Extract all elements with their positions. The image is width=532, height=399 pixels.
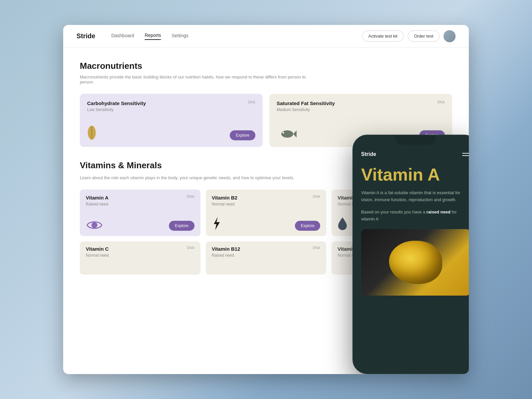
phone-result-bold: raised need <box>427 209 451 214</box>
vitamin-a-title-group: Vitamin A Raised need <box>86 195 108 206</box>
eye-icon <box>86 219 103 231</box>
carbohydrate-title: Carbohydrate Sensitivity <box>87 100 146 106</box>
bolt-icon <box>212 216 221 231</box>
order-test-button[interactable]: Order test <box>408 31 440 42</box>
vitamin-b2-badge: DNA <box>313 195 321 199</box>
vitamin-b2-card: Vitamin B2 Normal need DNA Explore <box>206 190 327 236</box>
vitamin-a-badge: DNA <box>187 195 195 199</box>
vitamin-b2-title: Vitamin B2 <box>212 195 237 200</box>
vitamins-desc: Learn about the role each vitamin plays … <box>80 175 313 180</box>
vitamin-b12-badge: DNA <box>313 246 321 250</box>
nav-dashboard[interactable]: Dashboard <box>111 33 134 40</box>
vitamin-b2-subtitle: Normal need <box>212 202 237 206</box>
svg-point-2 <box>281 130 293 138</box>
nav-bar: Stride Dashboard Reports Settings Activa… <box>63 25 469 48</box>
phone-vitamin-result: Based on your results you have a raised … <box>361 209 469 223</box>
phone-vitamin-desc: Vitamin A is a fat-soluble vitamin that … <box>361 190 469 203</box>
phone-overlay: Stride Vitamin A Vitamin A is a fat-solu… <box>352 135 469 374</box>
vitamin-b2-explore-button[interactable]: Explore <box>295 221 321 231</box>
phone-logo: Stride <box>361 151 376 157</box>
vitamin-b2-header: Vitamin B2 Normal need DNA <box>212 195 321 206</box>
vitamin-b12-header: Vitamin B12 Raised need DNA <box>212 246 321 258</box>
carbohydrate-body: Explore <box>87 125 255 140</box>
vitamin-a-explore-button[interactable]: Explore <box>169 221 195 231</box>
vitamin-c-header: Vitamin C Normal need DNA <box>86 246 195 258</box>
macronutrients-title: Macronutrients <box>80 61 452 71</box>
activate-kit-button[interactable]: Activate test kit <box>362 31 404 42</box>
svg-point-5 <box>91 222 97 228</box>
phone-screen: Stride Vitamin A Vitamin A is a fat-solu… <box>353 135 469 373</box>
vitamin-c-badge: DNA <box>187 246 195 250</box>
card-title-group: Saturated Fat Sensitivity Medium Sensiti… <box>277 100 335 112</box>
menu-line-1 <box>462 153 469 154</box>
card-header: Saturated Fat Sensitivity Medium Sensiti… <box>277 100 445 112</box>
svg-marker-6 <box>214 217 220 230</box>
saturated-fat-subtitle: Medium Sensitivity <box>277 107 335 112</box>
svg-point-4 <box>283 132 284 134</box>
nav-actions: Activate test kit Order test <box>362 30 456 42</box>
app-logo: Stride <box>76 32 95 40</box>
vitamin-c-card: Vitamin C Normal need DNA <box>80 241 200 275</box>
card-title-group: Carbohydrate Sensitivity Low Sensitivity <box>87 100 146 112</box>
vitamin-a-card: Vitamin A Raised need DNA Explore <box>80 190 200 236</box>
drop-icon <box>337 217 347 231</box>
carbohydrate-badge: DNA <box>248 100 255 104</box>
vitamin-c-subtitle: Normal need <box>86 253 109 258</box>
carbohydrate-card: Carbohydrate Sensitivity Low Sensitivity… <box>80 94 263 147</box>
vitamin-c-title: Vitamin C <box>86 246 109 252</box>
vitamin-b12-card: Vitamin B12 Raised need DNA <box>206 241 327 275</box>
phone-lemon-image <box>361 229 469 296</box>
macronutrients-desc: Macronutrients provide the basic buildin… <box>80 74 313 84</box>
menu-line-2 <box>462 155 469 156</box>
fish-icon <box>277 128 297 140</box>
vitamin-a-body: Explore <box>86 219 195 231</box>
bean-icon <box>87 125 96 140</box>
carbohydrate-explore-button[interactable]: Explore <box>230 130 255 140</box>
browser-window: Stride Dashboard Reports Settings Activa… <box>63 25 469 374</box>
saturated-fat-badge: DNA <box>437 100 445 104</box>
phone-vitamin-title: Vitamin A <box>361 165 469 184</box>
vitamin-b12-title-group: Vitamin B12 Raised need <box>212 246 240 258</box>
vitamin-a-header: Vitamin A Raised need DNA <box>86 195 195 206</box>
nav-reports[interactable]: Reports <box>145 33 161 40</box>
phone-notch <box>396 135 436 145</box>
vitamin-b12-subtitle: Raised need <box>212 253 240 258</box>
svg-marker-3 <box>293 130 297 138</box>
phone-content: Vitamin A Vitamin A is a fat-soluble vit… <box>353 163 469 373</box>
vitamin-a-subtitle: Raised need <box>86 202 108 206</box>
nav-settings[interactable]: Settings <box>172 33 189 40</box>
saturated-fat-title: Saturated Fat Sensitivity <box>277 100 335 106</box>
avatar-image <box>444 30 456 42</box>
card-header: Carbohydrate Sensitivity Low Sensitivity… <box>87 100 255 112</box>
nav-links: Dashboard Reports Settings <box>111 33 362 40</box>
vitamin-c-title-group: Vitamin C Normal need <box>86 246 109 258</box>
carbohydrate-subtitle: Low Sensitivity <box>87 107 146 112</box>
main-content: Macronutrients Macronutrients provide th… <box>63 48 469 374</box>
avatar[interactable] <box>444 30 456 42</box>
vitamin-b12-title: Vitamin B12 <box>212 246 240 252</box>
phone-menu-icon[interactable] <box>462 153 469 156</box>
vitamin-b2-title-group: Vitamin B2 Normal need <box>212 195 237 206</box>
vitamin-b2-body: Explore <box>212 216 321 231</box>
vitamin-a-title: Vitamin A <box>86 195 108 200</box>
lemon-shape <box>389 241 442 284</box>
